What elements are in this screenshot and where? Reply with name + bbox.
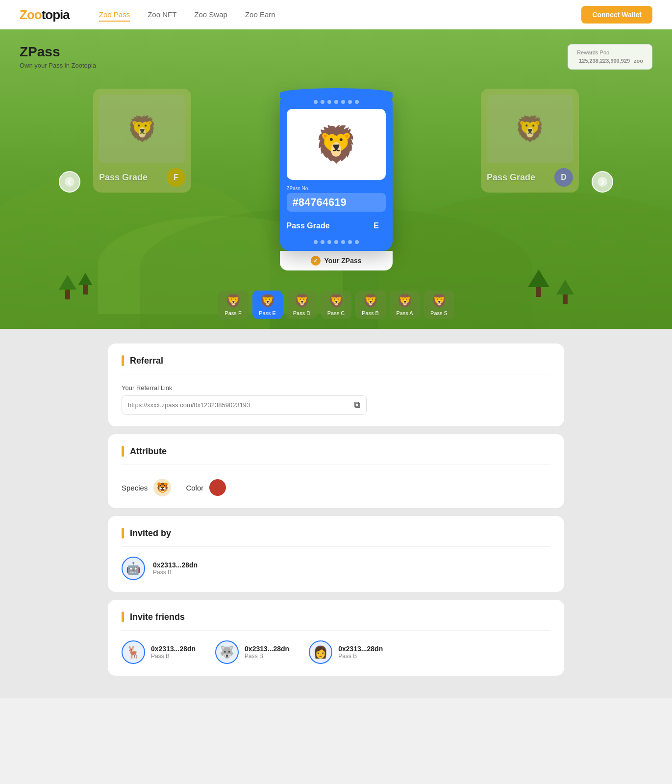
right-card-grade-badge: D — [554, 168, 573, 187]
dot — [327, 100, 331, 104]
thumb-tab-label: Pass S — [430, 310, 448, 316]
invited-by-info: 0x2313...28dn Pass B — [153, 561, 198, 576]
card-number-box: #84764619 — [287, 193, 386, 212]
thumb-tab-img: 🦁 — [363, 294, 378, 309]
invite-friends-section: Invite friends 🦌 0x2313...28dn Pass B 🐺 … — [108, 600, 564, 676]
ref-input-row: ⧉ — [122, 395, 367, 415]
section-accent — [122, 355, 124, 366]
friend-grade: Pass B — [151, 653, 196, 660]
prev-arrow[interactable] — [59, 171, 80, 193]
left-card[interactable]: 🦁 Pass Grade F — [93, 89, 191, 193]
thumb-tab-img: 🦁 — [260, 294, 275, 309]
dot — [355, 100, 359, 104]
nav-item-zoo-nft[interactable]: Zoo NFT — [148, 8, 176, 22]
main-nav: Zoo PassZoo NFTZoo SwapZoo Earn — [99, 8, 582, 22]
hero-title-area: ZPass Own your Pass in Zootopia — [20, 44, 652, 69]
next-arrow[interactable] — [592, 171, 613, 193]
thumb-tab-pass-a[interactable]: 🦁 Pass A — [390, 291, 420, 319]
dot — [341, 240, 345, 244]
dot — [314, 100, 318, 104]
friend-address: 0x2313...28dn — [338, 645, 383, 653]
thumb-tab-pass-s[interactable]: 🦁 Pass S — [424, 291, 454, 319]
nav-item-zoo-swap[interactable]: Zoo Swap — [194, 8, 227, 22]
friends-row: 🦌 0x2313...28dn Pass B 🐺 0x2313...28dn P… — [122, 640, 550, 664]
invited-by-section: Invited by 🤖 0x2313...28dn Pass B — [108, 516, 564, 592]
right-card-footer: Pass Grade D — [487, 168, 573, 187]
dot — [348, 100, 352, 104]
invited-by-avatar: 🤖 — [122, 557, 145, 580]
right-card[interactable]: 🦁 Pass Grade D — [481, 89, 579, 193]
dot — [355, 240, 359, 244]
thumb-tab-pass-b[interactable]: 🦁 Pass B — [355, 291, 386, 319]
referral-section: Referral Your Referral Link ⧉ — [108, 343, 564, 426]
hero-subtitle: Own your Pass in Zootopia — [20, 62, 652, 69]
friend-address: 0x2313...28dn — [245, 645, 289, 653]
friend-item-1: 🐺 0x2313...28dn Pass B — [215, 640, 289, 664]
ref-link-label: Your Referral Link — [122, 384, 550, 392]
thumb-tab-img: 🦁 — [431, 294, 447, 309]
referral-link-input[interactable] — [128, 401, 350, 409]
connect-wallet-button[interactable]: Connect Wallet — [581, 6, 652, 24]
dot — [314, 240, 318, 244]
thumb-tab-pass-d[interactable]: 🦁 Pass D — [287, 291, 317, 319]
main-card-wrapper: 🦁 ZPass No. #84764619 Pass Grade E — [280, 93, 393, 270]
nav-item-zoo-pass[interactable]: Zoo Pass — [99, 8, 130, 22]
dot — [334, 240, 338, 244]
nav-item-zoo-earn[interactable]: Zoo Earn — [245, 8, 275, 22]
friend-item-0: 🦌 0x2313...28dn Pass B — [122, 640, 196, 664]
left-card-grade-label: Pass Grade — [99, 172, 148, 183]
invited-by-header: Invited by — [122, 528, 550, 547]
species-icon: 🐯 — [153, 479, 171, 496]
friend-avatar: 👩 — [309, 640, 332, 664]
svg-point-1 — [597, 177, 607, 187]
section-accent — [122, 612, 124, 622]
thumb-tab-label: Pass D — [293, 310, 310, 316]
hero-section: ZPass Own your Pass in Zootopia Rewards … — [0, 29, 672, 329]
left-card-footer: Pass Grade F — [99, 168, 185, 187]
your-zpass-text: Your ZPass — [324, 257, 362, 265]
thumb-tab-label: Pass A — [396, 310, 413, 316]
main-card-image: 🦁 — [287, 109, 386, 180]
card-dots-bottom — [287, 240, 386, 244]
content-area: Referral Your Referral Link ⧉ Attribute … — [0, 329, 672, 698]
invited-by-address: 0x2313...28dn — [153, 561, 198, 569]
thumb-tab-label: Pass E — [259, 310, 276, 316]
friend-item-2: 👩 0x2313...28dn Pass B — [309, 640, 383, 664]
thumb-tab-label: Pass B — [362, 310, 379, 316]
right-card-image: 🦁 — [487, 95, 573, 163]
species-item: Species 🐯 — [122, 479, 171, 496]
card-dots-top — [287, 100, 386, 104]
dot — [321, 240, 324, 244]
svg-point-0 — [65, 177, 75, 187]
your-zpass-tag: ✓ Your ZPass — [280, 251, 393, 270]
rewards-pool-label: Rewards Pool — [577, 49, 643, 55]
attribute-header: Attribute — [122, 446, 550, 465]
dot — [327, 240, 331, 244]
main-card-grade-badge: E — [367, 217, 386, 235]
right-card-grade-label: Pass Grade — [487, 172, 535, 183]
thumb-tab-label: Pass C — [327, 310, 345, 316]
invited-by-row: 🤖 0x2313...28dn Pass B — [122, 557, 550, 580]
thumb-tab-img: 🦁 — [397, 294, 413, 309]
logo-topia: topia — [42, 7, 70, 22]
friend-grade: Pass B — [245, 653, 289, 660]
logo: Zootopia — [20, 7, 70, 23]
card-number: #84764619 — [293, 196, 380, 209]
thumb-tabs: 🦁 Pass F 🦁 Pass E 🦁 Pass D 🦁 Pass C 🦁 Pa… — [20, 285, 652, 329]
color-item: Color — [186, 479, 226, 496]
left-card-image: 🦁 — [99, 95, 185, 163]
thumb-tab-img: 🦁 — [225, 294, 241, 309]
logo-zoo: Zoo — [20, 7, 42, 22]
copy-icon[interactable]: ⧉ — [354, 400, 360, 410]
thumb-tab-pass-f[interactable]: 🦁 Pass F — [218, 291, 249, 319]
thumb-tab-pass-c[interactable]: 🦁 Pass C — [321, 291, 351, 319]
section-accent — [122, 446, 124, 457]
dot — [334, 100, 338, 104]
thumb-tab-pass-e[interactable]: 🦁 Pass E — [252, 291, 283, 319]
rewards-pool-value: 125,238,223,900,929 zoo — [577, 56, 643, 64]
invited-by-grade: Pass B — [153, 569, 198, 576]
card-grade-row: Pass Grade E — [287, 217, 386, 235]
check-icon: ✓ — [311, 256, 321, 266]
dot — [348, 240, 352, 244]
main-card: 🦁 ZPass No. #84764619 Pass Grade E — [280, 93, 393, 251]
